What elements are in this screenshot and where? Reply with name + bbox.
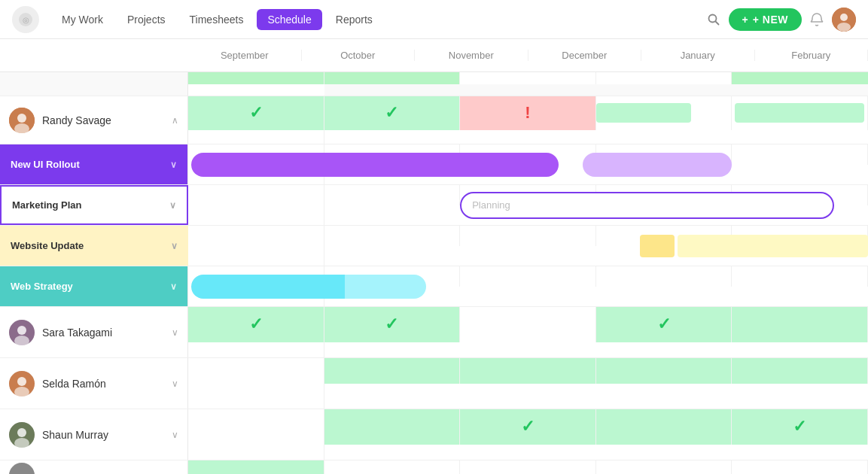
new-ui-grid — [188, 144, 868, 184]
project-row-marketing: Marketing Plan ∨ Planning — [0, 185, 868, 226]
month-february: February — [755, 50, 869, 61]
marketing-oct — [324, 185, 461, 205]
person-row-partial — [0, 460, 868, 474]
randy-dec-cell — [596, 96, 732, 130]
new-ui-chevron[interactable]: ∨ — [170, 160, 177, 170]
nav-projects[interactable]: Projects — [117, 9, 176, 30]
project-row-website: Website Update ∨ — [0, 226, 868, 266]
randy-oct-cell: ✓ — [324, 96, 461, 130]
person-name-randy: Randy Savage — [42, 114, 111, 126]
search-button[interactable] — [702, 8, 726, 32]
partial-nov — [460, 460, 596, 474]
project-label-web-strategy[interactable]: Web Strategy ∨ — [0, 266, 188, 306]
avatar-sara — [9, 320, 35, 345]
sara-sep: ✓ — [188, 307, 324, 342]
ws-dec — [596, 266, 732, 287]
website-feb — [188, 246, 324, 266]
person-name-sara: Sara Takagami — [42, 327, 112, 339]
sara-oct: ✓ — [324, 307, 461, 342]
project-name-marketing: Marketing Plan — [12, 199, 81, 211]
selda-oct — [324, 358, 461, 384]
avatar-randy — [9, 108, 35, 133]
person-row-randy: Randy Savage ∧ ✓ ✓ ! — [0, 96, 868, 144]
main-layout: September October November December Janu… — [0, 39, 868, 474]
website-sep — [188, 226, 324, 246]
randy-nov-exclaim: ! — [525, 103, 530, 123]
project-name-web-strategy: Web Strategy — [11, 281, 73, 292]
shaun-oct — [324, 409, 461, 445]
month-january: January — [641, 50, 755, 61]
project-label-marketing[interactable]: Marketing Plan ∨ — [0, 185, 188, 225]
avatar-partial — [9, 463, 35, 475]
website-grid — [188, 226, 868, 266]
randy-jan-cell — [732, 96, 868, 130]
project-name-new-ui: New UI Rollout — [11, 159, 80, 170]
app-logo: ◎ — [12, 6, 39, 33]
person-label-selda: Selda Ramón ∨ — [0, 358, 188, 409]
svg-point-6 — [837, 23, 851, 32]
ws-jan — [732, 266, 868, 287]
sara-chevron[interactable]: ∨ — [172, 327, 178, 338]
plus-icon: + — [742, 14, 748, 26]
randy-chevron[interactable]: ∧ — [172, 115, 178, 126]
planning-label: Planning — [472, 199, 510, 211]
selda-chevron[interactable]: ∨ — [172, 378, 178, 389]
shaun-nov: ✓ — [460, 409, 596, 445]
sara-jan — [732, 307, 868, 342]
top-partial-row — [0, 72, 868, 96]
month-december: December — [528, 50, 642, 61]
person-label-partial — [0, 460, 188, 474]
website-nov — [460, 226, 596, 246]
svg-line-3 — [715, 21, 718, 24]
svg-point-11 — [17, 326, 26, 335]
navbar: ◎ My Work Projects Timesheets Schedule R… — [0, 0, 868, 39]
nav-my-work[interactable]: My Work — [51, 9, 114, 30]
sara-dec-check: ✓ — [657, 314, 671, 334]
randy-sep-cell: ✓ — [188, 96, 324, 130]
person-name-shaun: Shaun Murray — [42, 429, 108, 441]
shaun-jan-check: ✓ — [793, 417, 806, 436]
month-november: November — [415, 50, 528, 61]
calendar-area: September October November December Janu… — [0, 39, 868, 474]
website-chevron[interactable]: ∨ — [171, 241, 178, 251]
svg-point-17 — [17, 428, 26, 437]
avatar-selda — [9, 371, 35, 397]
notifications-bell[interactable] — [805, 8, 829, 32]
sara-dec: ✓ — [596, 307, 732, 342]
sara-oct-check: ✓ — [385, 314, 398, 334]
new-button[interactable]: + + NEW — [729, 8, 802, 31]
nav-timesheets[interactable]: Timesheets — [179, 9, 254, 30]
new-ui-jan — [732, 144, 868, 165]
months-header: September October November December Janu… — [0, 39, 868, 72]
website-oct — [324, 226, 461, 246]
marketing-feb — [188, 205, 324, 226]
web-strategy-chevron[interactable]: ∨ — [170, 281, 177, 292]
svg-point-8 — [17, 114, 26, 123]
selda-sep — [188, 358, 324, 384]
svg-point-14 — [17, 377, 26, 386]
nav-schedule[interactable]: Schedule — [257, 9, 321, 30]
person-name-selda: Selda Ramón — [42, 378, 106, 390]
selda-grid — [188, 358, 868, 409]
shaun-chevron[interactable]: ∨ — [172, 430, 178, 440]
month-october: October — [302, 50, 416, 61]
partial-oct — [324, 460, 461, 474]
sara-grid: ✓ ✓ ✓ — [188, 307, 868, 357]
project-label-new-ui[interactable]: New UI Rollout ∨ — [0, 144, 188, 184]
selda-feb — [188, 384, 324, 409]
new-label: + NEW — [753, 14, 788, 26]
shaun-nov-check: ✓ — [521, 417, 535, 436]
project-row-new-ui: New UI Rollout ∨ — [0, 144, 868, 185]
marketing-chevron[interactable]: ∨ — [169, 200, 176, 211]
user-avatar[interactable] — [832, 8, 856, 32]
selda-dec — [596, 358, 732, 384]
marketing-grid: Planning — [188, 185, 868, 225]
selda-nov — [460, 358, 596, 384]
nav-reports[interactable]: Reports — [325, 9, 383, 30]
project-name-website: Website Update — [11, 240, 84, 251]
shaun-feb — [188, 445, 324, 460]
randy-nov-cell: ! — [460, 96, 596, 130]
project-label-website[interactable]: Website Update ∨ — [0, 226, 188, 266]
person-row-selda: Selda Ramón ∨ — [0, 358, 868, 409]
marketing-sep — [188, 185, 324, 205]
